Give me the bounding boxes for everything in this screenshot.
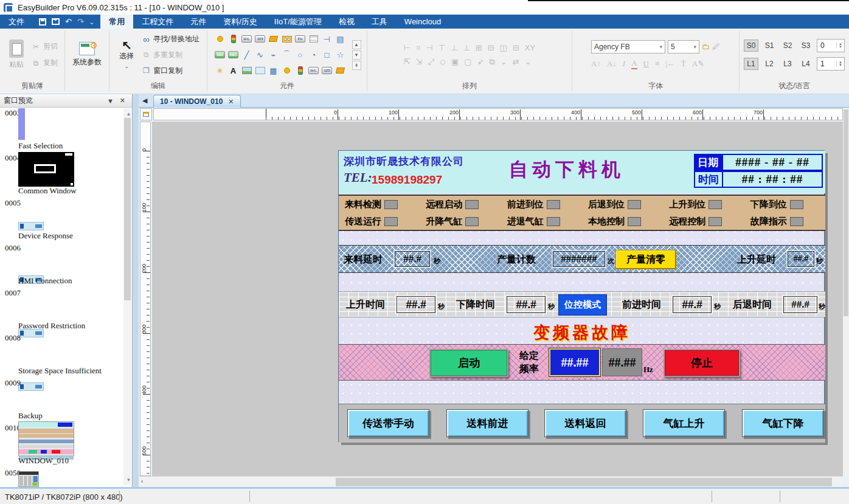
descend-time-label[interactable]: 下降时间 bbox=[456, 299, 495, 311]
window-thumbnail-window-010[interactable] bbox=[18, 421, 74, 456]
word-lamp-2-icon[interactable] bbox=[294, 64, 307, 77]
line-tool-icon[interactable]: ╱ bbox=[241, 49, 253, 61]
function-key-2-icon[interactable] bbox=[334, 64, 347, 77]
tab-scroll-left-icon[interactable]: ◀ bbox=[142, 97, 147, 105]
indicator-conveyor-running[interactable]: 传送运行 bbox=[339, 213, 420, 230]
arc-tool-icon[interactable]: ⌒ bbox=[281, 49, 293, 61]
window-thumbnail-storage-space[interactable] bbox=[18, 382, 44, 391]
indicator-rise-in-place[interactable]: 上升到位 bbox=[663, 196, 744, 213]
state-s0-button[interactable]: S0 bbox=[744, 40, 758, 52]
time-display[interactable]: 时间 ## : ## : ## bbox=[694, 171, 823, 188]
bit-lamp-2-icon[interactable] bbox=[281, 64, 293, 77]
frame-tool-icon[interactable] bbox=[254, 64, 266, 77]
window-thumbnail-keypad[interactable] bbox=[18, 471, 39, 487]
rise-time-value[interactable]: ##.# bbox=[397, 296, 435, 313]
position-control-mode-button[interactable]: 位控模式 bbox=[558, 294, 607, 316]
text-align-icon[interactable]: ≡ bbox=[655, 59, 659, 69]
distribute-h-icon[interactable]: ⊞ bbox=[476, 44, 482, 52]
italic-icon[interactable]: I bbox=[623, 59, 625, 69]
state-spinner-arrows-icon[interactable]: ▲▼ bbox=[836, 43, 844, 49]
feed-delay-value[interactable]: ##.# bbox=[395, 251, 430, 267]
bit-lamp-icon[interactable] bbox=[214, 33, 226, 45]
date-display[interactable]: 日期 #### - ## - ## bbox=[694, 154, 823, 171]
frequency-unit[interactable]: Hz bbox=[643, 365, 653, 375]
forward-time-label[interactable]: 前进时间 bbox=[622, 299, 661, 311]
pin-icon[interactable]: ➶ bbox=[477, 58, 484, 66]
backward-time-unit[interactable]: 秒 bbox=[819, 302, 825, 311]
tab-project[interactable]: 工程文件 bbox=[133, 15, 182, 29]
indicator-lamp[interactable] bbox=[384, 217, 398, 226]
select-button[interactable]: 选择 ⌄ bbox=[116, 40, 137, 71]
indicator-lamp[interactable] bbox=[628, 200, 641, 209]
window-name[interactable]: WINDOW_010 bbox=[18, 456, 69, 466]
canvas-vertical-scrollbar[interactable] bbox=[843, 108, 849, 476]
panel-close-icon[interactable]: ✕ bbox=[117, 97, 128, 105]
customize-toolbar-icon[interactable] bbox=[89, 18, 94, 26]
polyline-tool-icon[interactable]: ⌁ bbox=[268, 49, 280, 61]
descend-time-value[interactable]: ##.# bbox=[507, 296, 546, 313]
window-name[interactable]: Backup bbox=[18, 411, 43, 421]
numeric-object-icon[interactable]: 999 bbox=[214, 49, 226, 61]
indicator-lift-cylinder[interactable]: 升降气缸 bbox=[420, 213, 501, 230]
same-width-icon[interactable]: ⇱ bbox=[404, 58, 411, 66]
distribute-v-icon[interactable]: ⊟ bbox=[488, 44, 494, 52]
canvas-horizontal-scrollbar[interactable]: ‹ bbox=[139, 476, 843, 487]
format-painter-icon[interactable]: 🖉 bbox=[712, 42, 720, 52]
indicator-backward-in-place[interactable]: 后退到位 bbox=[582, 196, 663, 213]
horizontal-ruler[interactable]: 0 100 200 300 400 500 600 700 bbox=[153, 108, 843, 120]
same-size-icon[interactable]: ⤢ bbox=[428, 58, 434, 66]
select-dropdown-icon[interactable]: ⌄ bbox=[125, 63, 130, 69]
rise-time-label[interactable]: 上升时间 bbox=[346, 299, 385, 311]
tab-home[interactable]: 常用 bbox=[100, 15, 133, 29]
rectangle-tool-icon[interactable]: □ bbox=[321, 49, 333, 61]
font-family-select[interactable]: Agency FB▾ bbox=[591, 40, 665, 54]
fn-key-icon[interactable]: Fn bbox=[294, 33, 307, 45]
window-name[interactable]: HMI Connection bbox=[18, 276, 72, 286]
preview-scroll-thumb[interactable] bbox=[124, 118, 131, 300]
descend-time-unit[interactable]: 秒 bbox=[548, 302, 555, 311]
center-window-h-icon[interactable]: ◫ bbox=[500, 44, 507, 52]
inverter-fault-text[interactable]: 变频器故障 bbox=[339, 322, 825, 343]
rise-delay-value[interactable]: ##.# bbox=[788, 251, 814, 267]
same-height-icon[interactable]: ⇲ bbox=[416, 58, 423, 66]
scroll-left-icon[interactable]: ‹ bbox=[141, 478, 143, 485]
feedback-frequency-value[interactable]: ##.## bbox=[602, 348, 642, 376]
state-s3-button[interactable]: S3 bbox=[799, 40, 813, 52]
indicator-lamp[interactable] bbox=[384, 200, 398, 209]
feed-return-button[interactable]: 送料返回 bbox=[544, 409, 626, 437]
fill-color-icon[interactable]: 🗀 bbox=[702, 42, 710, 52]
panel-splitter[interactable] bbox=[133, 94, 139, 487]
vertical-scroll-thumb[interactable] bbox=[844, 109, 848, 316]
component-scroll-up-icon[interactable]: ▲ bbox=[352, 40, 361, 49]
rise-delay-label[interactable]: 上升延时 bbox=[737, 254, 776, 266]
indicator-lamp[interactable] bbox=[547, 217, 560, 226]
window-name[interactable]: Fast Selection bbox=[18, 141, 63, 151]
rise-time-unit[interactable]: 秒 bbox=[438, 302, 445, 311]
date-time-block[interactable]: 日期 #### - ## - ## 时间 ## : ## : ## bbox=[694, 154, 823, 188]
forward-time-unit[interactable]: 秒 bbox=[714, 302, 721, 311]
text-tool-icon[interactable]: A bbox=[227, 64, 240, 77]
preview-scroll-down-icon[interactable]: ▼ bbox=[125, 475, 133, 484]
design-canvas[interactable]: 深圳市昕晟技术有限公司 TEL: 15989198297 自动下料机 日期 ##… bbox=[152, 122, 843, 476]
tab-close-icon[interactable]: ✕ bbox=[228, 98, 234, 106]
ungroup-icon[interactable]: ▢ bbox=[464, 58, 471, 66]
window-thumbnail-device-response[interactable] bbox=[18, 222, 44, 230]
toggle-switch-icon[interactable] bbox=[281, 33, 293, 45]
component-more-icon[interactable]: ⇟ bbox=[352, 61, 361, 70]
word-lamp-icon[interactable] bbox=[227, 33, 240, 45]
component-scroll-down-icon[interactable]: ▼ bbox=[352, 50, 361, 60]
star-tool-icon[interactable]: ☆ bbox=[334, 49, 347, 61]
tab-iiot-energy[interactable]: IIoT/能源管理 bbox=[266, 15, 330, 29]
set-frequency-value[interactable]: ##.## bbox=[549, 348, 600, 376]
conveyor-manual-button[interactable]: 传送带手动 bbox=[347, 409, 429, 437]
menu-file[interactable]: 文件 bbox=[0, 15, 33, 29]
indicator-lamp[interactable] bbox=[709, 200, 722, 209]
center-window-v-icon[interactable]: ⊟ bbox=[513, 44, 519, 52]
set-bit-2-icon[interactable]: H-L bbox=[308, 64, 320, 77]
save-icon[interactable] bbox=[39, 18, 46, 26]
system-parameters-button[interactable]: 系统参数 bbox=[69, 41, 105, 69]
group-icon[interactable]: ▣ bbox=[451, 58, 459, 66]
layer-order-caret-icon[interactable]: ⌄ bbox=[501, 58, 507, 66]
set-word-icon[interactable]: 123 bbox=[254, 33, 266, 45]
font-family-caret-icon[interactable]: ▾ bbox=[659, 44, 662, 50]
